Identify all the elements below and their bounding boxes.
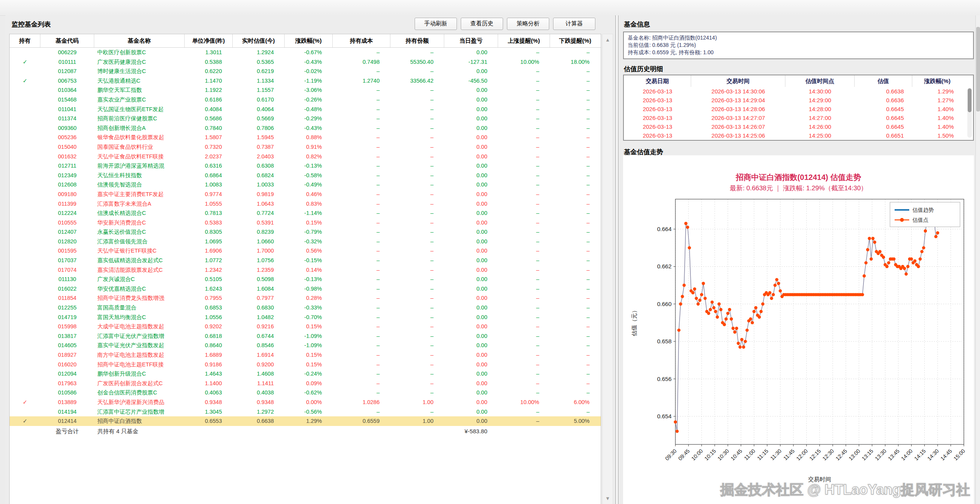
history-scrollbar[interactable] [967, 88, 972, 138]
cell-shares: – [390, 190, 444, 199]
column-header[interactable]: 涨跌幅(%) [285, 34, 333, 47]
fund-table-header: 持有基金代码基金名称单位净值(昨)实时估值(今)涨跌幅(%)持有成本持有份额当日… [10, 34, 601, 48]
fund-row[interactable]: 013817汇添富中证光伏产业指数增0.68180.6744-1.09%––0.… [10, 331, 601, 341]
panel-splitter[interactable] [615, 15, 618, 504]
fund-row[interactable]: 015998大成中证电池主题指数发起0.92020.92160.15%––0.0… [10, 322, 601, 331]
fund-row[interactable]: 010586创金合信医药消费股票C0.40630.4038-0.62%––0.0… [10, 388, 601, 398]
hold-check-icon [10, 350, 40, 360]
fund-row[interactable]: 011399汇添富数字未来混合A1.05551.06430.83%––0.00–… [10, 199, 601, 209]
fund-row[interactable]: 012094鹏华创新升级混合C1.46431.4608-0.24%––0.00–… [10, 369, 601, 379]
history-column-header[interactable]: 交易日期 [624, 75, 691, 87]
fund-row[interactable]: 009360招商创新增长混合A0.78400.7806-0.43%––0.00–… [10, 123, 601, 133]
fund-row[interactable]: 017963广发医药创新混合发起式C1.14001.14110.09%––0.0… [10, 379, 601, 388]
fund-row[interactable]: 012820汇添富价值领先混合1.06951.0660-0.32%––0.00–… [10, 237, 601, 246]
fund-row[interactable]: 012711前海开源沪港深蓝筹精选混0.63160.6308-0.13%––0.… [10, 161, 601, 171]
column-header[interactable]: 当日盈亏 [444, 34, 498, 47]
fund-row[interactable]: 011130广发兴诚混合C0.51050.5098-0.13%––0.00–– [10, 274, 601, 284]
strategy-analysis-button[interactable]: 策略分析 [507, 18, 549, 30]
column-header[interactable]: 上涨提醒(%) [498, 34, 550, 47]
right-panel-scroll-thumb[interactable] [976, 27, 980, 111]
fund-row[interactable]: 005236银华食品饮料量化股票发起1.58071.59450.88%––0.0… [10, 133, 601, 142]
cell-up: – [498, 284, 550, 294]
cell-code: 012608 [40, 180, 94, 190]
fund-row[interactable]: 014605嘉实中证光伏产业指数发起0.86400.8546-1.09%––0.… [10, 341, 601, 350]
fund-row[interactable]: 010364鹏华空天军工指数1.19221.1557-3.06%––0.00–– [10, 85, 601, 95]
history-row[interactable]: 2026-03-132026-03-13 14:26:0714:26:000.6… [624, 122, 973, 131]
fund-row[interactable]: 015468嘉实农业产业股票C0.61860.6170-0.26%––0.00–… [10, 95, 601, 105]
fund-row[interactable]: 011854招商中证消费龙头指数增强0.79550.79770.28%––0.0… [10, 293, 601, 303]
history-row[interactable]: 2026-03-132026-03-13 14:27:0714:27:000.6… [624, 113, 973, 122]
cell-est: 0.8239 [233, 227, 285, 237]
fund-row[interactable]: 012407永赢长远价值混合C0.83050.8239-0.79%––0.00–… [10, 227, 601, 237]
cell-chg: -0.62% [285, 388, 333, 398]
cell-pl: 0.00 [444, 208, 498, 218]
column-header[interactable]: 实时估值(今) [233, 34, 285, 47]
fund-row[interactable]: 012255富国高质量混合0.68530.6830-0.33%––0.00–– [10, 303, 601, 313]
cell-name: 嘉实农业产业股票C [94, 95, 185, 105]
cell-name: 天弘恒生科技指数 [94, 171, 185, 180]
cell-down: – [550, 407, 600, 417]
cell-code: 001632 [40, 152, 94, 161]
history-column-header[interactable]: 交易时间 [691, 75, 785, 87]
cell-shares: 1.00 [390, 398, 444, 407]
cell-est: 0.6744 [233, 331, 285, 341]
column-header[interactable]: 持有 [10, 34, 40, 47]
cell-pl: 0.00 [444, 284, 498, 294]
fund-row[interactable]: 011374招商前沿医疗保健股票C0.56860.5669-0.29%––0.0… [10, 114, 601, 123]
column-header[interactable]: 持有成本 [333, 34, 390, 47]
fund-row[interactable]: 001595天弘中证银行ETF联接C1.69061.70000.56%––0.0… [10, 246, 601, 256]
fund-row[interactable]: 006229中欧医疗创新股票C1.30111.2924-0.67%––0.00–… [10, 48, 601, 57]
history-row[interactable]: 2026-03-132026-03-13 14:30:0614:30:000.6… [624, 87, 973, 96]
calculator-button[interactable]: 计算器 [553, 18, 595, 30]
fund-row[interactable]: 018927南方中证电池主题指数发起1.68891.69140.15%––0.0… [10, 350, 601, 360]
fund-row[interactable]: 001632天弘中证食品饮料ETF联接2.02372.04030.82%––0.… [10, 152, 601, 161]
history-row[interactable]: 2026-03-132026-03-13 14:29:0414:29:000.6… [624, 96, 973, 105]
right-panel-scrollbar[interactable] [975, 15, 980, 504]
history-scroll-thumb[interactable] [968, 88, 972, 112]
history-column-header[interactable]: 估值时间点 [785, 75, 855, 87]
fund-row[interactable]: 012349天弘恒生科技指数0.68640.6824-0.58%––0.00–– [10, 171, 601, 180]
cell-cost: – [333, 284, 390, 294]
cell-cost: – [333, 208, 390, 218]
history-row[interactable]: 2026-03-132026-03-13 14:25:0614:25:000.6… [624, 131, 973, 140]
column-header[interactable]: 单位净值(昨) [185, 34, 233, 47]
column-header[interactable]: 持有份额 [390, 34, 444, 47]
history-row[interactable]: 2026-03-132026-03-13 14:28:0614:28:000.6… [624, 105, 973, 113]
fund-row[interactable]: 016020招商中证电池主题ETF联接0.91860.92000.15%––0.… [10, 360, 601, 369]
scroll-up-icon[interactable]: ▲ [603, 36, 613, 44]
fund-row[interactable]: ✓013889天弘新华沪港深新兴消费品0.93480.93480.00%1.02… [10, 398, 601, 407]
fund-row[interactable]: 017074嘉实清洁能源股票发起式C1.23421.23590.14%––0.0… [10, 265, 601, 275]
fund-row[interactable]: ✓012414招商中证白酒指数0.65530.66381.29%0.65591.… [10, 416, 601, 426]
column-header[interactable]: 基金代码 [40, 34, 94, 47]
cell-up: – [498, 416, 550, 426]
cell-down: – [550, 322, 600, 331]
fund-table-scrollbar[interactable]: ▲ ▼ [602, 34, 613, 504]
cell-name: 大成中证电池主题指数发起 [94, 322, 185, 331]
cell-chg: -0.29% [285, 114, 333, 123]
column-header[interactable]: 基金名称 [94, 34, 185, 47]
fund-row[interactable]: 017037嘉实低碳精选混合发起式C1.07721.0756-0.15%––0.… [10, 256, 601, 265]
fund-row[interactable]: 012608信澳领先智选混合1.00831.0033-0.49%––0.00–– [10, 180, 601, 190]
fund-row[interactable]: ✓006753天弘港股通精选C1.14701.1334-1.19%1.27403… [10, 76, 601, 86]
fund-row[interactable]: 012087博时健康生活混合C0.62200.6219-0.02%––0.00–… [10, 67, 601, 76]
cell-nav: 1.3045 [185, 407, 233, 417]
svg-text:10:00: 10:00 [690, 448, 704, 462]
fund-row[interactable]: 011041天弘国证生物医药ETF发起0.40840.4064-0.48%––0… [10, 105, 601, 114]
history-column-header[interactable]: 估值 [855, 75, 912, 87]
cell-shares: – [390, 350, 444, 360]
scroll-down-icon[interactable]: ▼ [603, 494, 613, 503]
fund-row[interactable]: 009180嘉实中证主要消费ETF发起0.97740.98190.46%––0.… [10, 190, 601, 199]
manual-refresh-button[interactable]: 手动刷新 [415, 18, 457, 30]
fund-row[interactable]: 015040国泰国证食品饮料行业0.73200.73870.91%––0.00–… [10, 142, 601, 152]
fund-row[interactable]: 014719富国天旭均衡混合C1.05561.0482-0.70%––0.00–… [10, 313, 601, 322]
history-column-header[interactable]: 涨跌幅(%) [912, 75, 962, 87]
column-header[interactable]: 下跌提醒(%) [550, 34, 600, 47]
fund-row[interactable]: ✓010111广发医药健康混合C0.53880.5365-0.43%0.7498… [10, 57, 601, 67]
view-history-button[interactable]: 查看历史 [461, 18, 503, 30]
cell-code: 012711 [40, 161, 94, 171]
fund-row[interactable]: 010555华安新兴消费混合C0.53830.53910.15%––0.00–– [10, 218, 601, 228]
fund-row[interactable]: 014194汇添富中证芯片产业指数增1.30451.2972-0.56%––0.… [10, 407, 601, 417]
fund-row[interactable]: 012224信澳成长精选混合C0.78130.7724-1.14%––0.00–… [10, 208, 601, 218]
fund-row[interactable]: 016022华安优嘉精选混合C1.62431.6084-0.98%––0.00–… [10, 284, 601, 294]
cell-shares: – [390, 360, 444, 369]
